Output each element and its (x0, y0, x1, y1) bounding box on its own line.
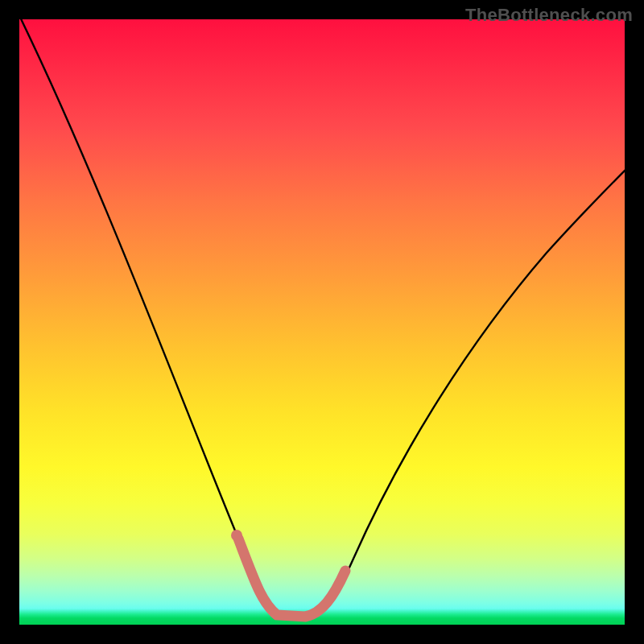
bottleneck-curve (19, 19, 625, 617)
watermark: TheBottleneck.com (465, 5, 633, 26)
highlight-segment (238, 539, 345, 617)
highlight-end-dot-left (231, 530, 242, 541)
chart-frame: TheBottleneck.com (0, 0, 644, 644)
bottleneck-curve-layer (19, 19, 625, 625)
plot-area (19, 19, 625, 625)
